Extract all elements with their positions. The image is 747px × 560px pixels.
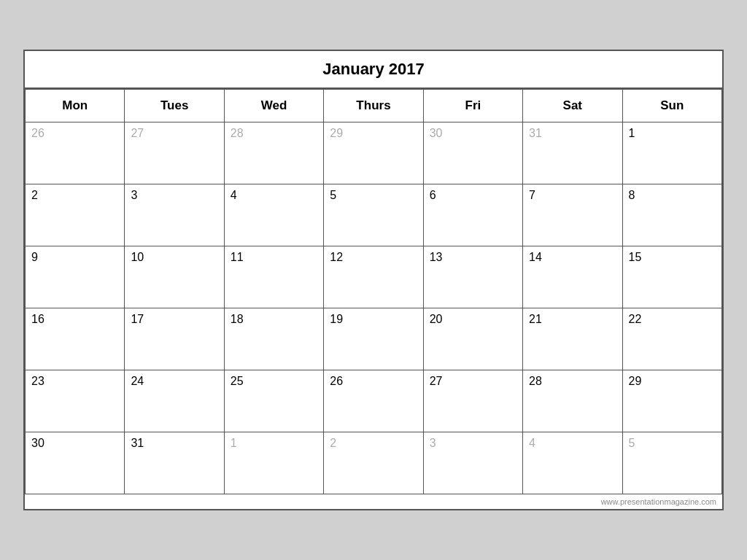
calendar-week-row: 2345678 — [26, 184, 722, 246]
calendar-day-cell[interactable]: 26 — [324, 370, 423, 432]
day-header: Wed — [224, 90, 323, 122]
calendar-day-cell[interactable]: 31 — [125, 432, 224, 494]
calendar-day-cell[interactable]: 14 — [523, 246, 622, 308]
calendar-day-cell[interactable]: 16 — [26, 308, 125, 370]
calendar-day-cell[interactable]: 4 — [224, 184, 323, 246]
calendar-day-cell[interactable]: 4 — [523, 432, 622, 494]
calendar-day-cell[interactable]: 5 — [324, 184, 423, 246]
calendar-table: MonTuesWedThursFriSatSun 262728293031123… — [25, 89, 722, 494]
calendar-week-row: 16171819202122 — [26, 308, 722, 370]
calendar-day-cell[interactable]: 12 — [324, 246, 423, 308]
day-header: Fri — [423, 90, 522, 122]
calendar-day-cell[interactable]: 1 — [622, 122, 721, 184]
calendar-day-cell[interactable]: 21 — [523, 308, 622, 370]
calendar-week-row: 303112345 — [26, 432, 722, 494]
calendar-day-cell[interactable]: 24 — [125, 370, 224, 432]
calendar-day-cell[interactable]: 10 — [125, 246, 224, 308]
calendar-day-cell[interactable]: 29 — [324, 122, 423, 184]
day-header: Sat — [523, 90, 622, 122]
day-header: Thurs — [324, 90, 423, 122]
calendar-day-cell[interactable]: 27 — [125, 122, 224, 184]
calendar-day-cell[interactable]: 3 — [423, 432, 522, 494]
calendar-day-cell[interactable]: 23 — [26, 370, 125, 432]
calendar-day-cell[interactable]: 2 — [324, 432, 423, 494]
calendar-day-cell[interactable]: 18 — [224, 308, 323, 370]
calendar-day-cell[interactable]: 28 — [523, 370, 622, 432]
calendar-day-cell[interactable]: 8 — [622, 184, 721, 246]
calendar-day-cell[interactable]: 27 — [423, 370, 522, 432]
calendar-day-cell[interactable]: 28 — [224, 122, 323, 184]
calendar-body: 2627282930311234567891011121314151617181… — [26, 122, 722, 494]
calendar-day-cell[interactable]: 1 — [224, 432, 323, 494]
calendar-day-cell[interactable]: 15 — [622, 246, 721, 308]
calendar-title: January 2017 — [25, 51, 722, 89]
calendar-day-cell[interactable]: 25 — [224, 370, 323, 432]
calendar-day-cell[interactable]: 19 — [324, 308, 423, 370]
calendar-container: January 2017 MonTuesWedThursFriSatSun 26… — [23, 50, 724, 510]
calendar-week-row: 9101112131415 — [26, 246, 722, 308]
calendar-day-cell[interactable]: 20 — [423, 308, 522, 370]
calendar-day-cell[interactable]: 3 — [125, 184, 224, 246]
day-header: Mon — [26, 90, 125, 122]
calendar-day-cell[interactable]: 11 — [224, 246, 323, 308]
calendar-day-cell[interactable]: 6 — [423, 184, 522, 246]
calendar-day-cell[interactable]: 9 — [26, 246, 125, 308]
calendar-day-cell[interactable]: 13 — [423, 246, 522, 308]
day-headers-row: MonTuesWedThursFriSatSun — [26, 90, 722, 122]
watermark: www.presentationmagazine.com — [25, 494, 722, 509]
calendar-day-cell[interactable]: 30 — [26, 432, 125, 494]
day-header: Tues — [125, 90, 224, 122]
calendar-day-cell[interactable]: 17 — [125, 308, 224, 370]
calendar-week-row: 2627282930311 — [26, 122, 722, 184]
day-header: Sun — [622, 90, 721, 122]
calendar-day-cell[interactable]: 22 — [622, 308, 721, 370]
calendar-day-cell[interactable]: 5 — [622, 432, 721, 494]
calendar-day-cell[interactable]: 30 — [423, 122, 522, 184]
calendar-day-cell[interactable]: 26 — [26, 122, 125, 184]
calendar-day-cell[interactable]: 29 — [622, 370, 721, 432]
calendar-day-cell[interactable]: 31 — [523, 122, 622, 184]
calendar-day-cell[interactable]: 7 — [523, 184, 622, 246]
calendar-week-row: 23242526272829 — [26, 370, 722, 432]
calendar-day-cell[interactable]: 2 — [26, 184, 125, 246]
